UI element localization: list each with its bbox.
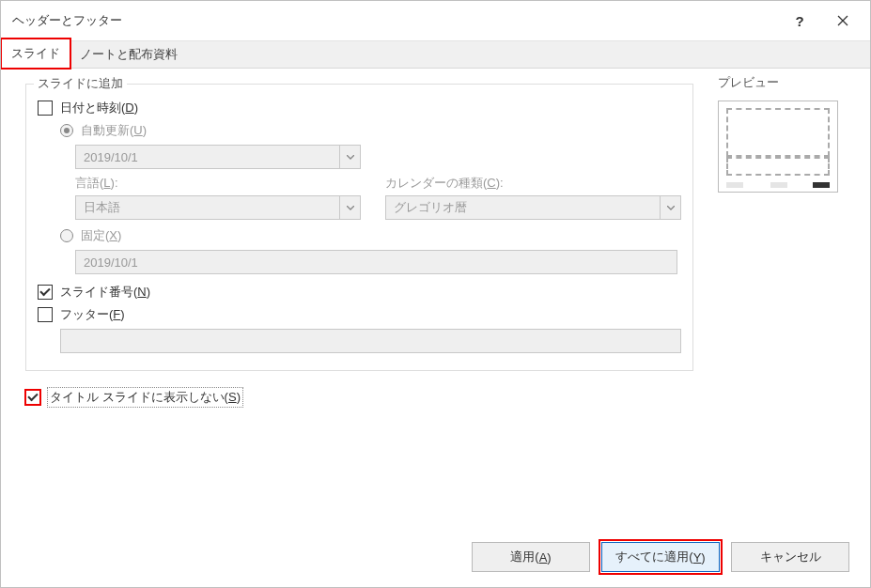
row-auto: 自動更新(U) <box>60 122 681 139</box>
dropdown-date[interactable]: 2019/10/1 <box>75 145 361 169</box>
preview-placeholder-slidenum <box>813 182 830 188</box>
label-calendar: カレンダーの種類(C): <box>385 175 681 192</box>
apply-all-accel: Y <box>693 550 702 565</box>
chevron-down-icon <box>339 196 360 219</box>
label-language: 言語(L): <box>75 175 361 192</box>
left-pane: スライドに追加 日付と時刻(D) 自動更新(U) 2019/10/1 言語(L)… <box>25 84 693 407</box>
window-title: ヘッダーとフッター <box>12 12 778 29</box>
col-language: 言語(L): 日本語 <box>75 175 361 220</box>
dropdown-calendar[interactable]: グレゴリオ暦 <box>385 195 681 220</box>
right-pane: プレビュー <box>718 84 849 407</box>
row-datetime: 日付と時刻(D) <box>38 100 681 116</box>
group-add-to-slide: スライドに追加 日付と時刻(D) 自動更新(U) 2019/10/1 言語(L)… <box>25 84 693 371</box>
chevron-down-icon <box>339 146 360 168</box>
tab-notes[interactable]: ノートと配布資料 <box>70 40 187 69</box>
label-auto-accel: U <box>133 123 142 137</box>
row-notitle: タイトル スライドに表示しない(S) <box>25 388 693 407</box>
textfield-footer[interactable] <box>60 329 681 353</box>
textfield-fixed-date[interactable]: 2019/10/1 <box>75 250 677 274</box>
preview-placeholder-top <box>726 108 830 157</box>
label-notitle-post: ) <box>237 390 241 404</box>
label-notitle[interactable]: タイトル スライドに表示しない(S) <box>48 388 242 407</box>
radio-fixed[interactable] <box>60 229 73 242</box>
checkbox-datetime[interactable] <box>38 101 53 116</box>
preview-title: プレビュー <box>718 74 783 91</box>
label-language-accel: L <box>103 176 110 190</box>
row-footer: フッター(F) <box>38 306 681 323</box>
label-footer-post: ) <box>120 307 124 321</box>
label-fixed-accel: X <box>109 228 117 242</box>
col-calendar: カレンダーの種類(C): グレゴリオ暦 <box>385 175 681 220</box>
apply-pre: 適用( <box>510 549 538 565</box>
label-footer[interactable]: フッター(F) <box>60 306 125 323</box>
label-calendar-pre: カレンダーの種類( <box>385 176 487 190</box>
label-notitle-accel: S <box>228 390 237 404</box>
tab-bar: スライド ノートと配布資料 <box>1 40 870 69</box>
apply-all-button[interactable]: すべてに適用(Y) <box>601 542 720 572</box>
date-dropdown-row: 2019/10/1 <box>75 145 681 169</box>
label-datetime-accel: D <box>125 101 133 115</box>
label-footer-pre: フッター( <box>60 307 113 321</box>
dropdown-calendar-value: グレゴリオ暦 <box>386 199 660 216</box>
dropdown-date-value: 2019/10/1 <box>76 150 339 164</box>
dropdown-language[interactable]: 日本語 <box>75 195 361 220</box>
apply-all-pre: すべてに適用( <box>615 549 692 565</box>
group-preview: プレビュー <box>718 84 849 193</box>
row-fixed: 固定(X) <box>60 227 681 244</box>
preview-placeholder-footer <box>770 182 787 188</box>
label-slidenum-pre: スライド番号( <box>60 285 137 299</box>
group-title: スライドに追加 <box>34 75 127 92</box>
label-datetime-pre: 日付と時刻( <box>60 101 125 115</box>
label-calendar-post: ): <box>496 176 504 190</box>
label-slidenum-post: ) <box>147 285 150 299</box>
label-datetime[interactable]: 日付と時刻(D) <box>60 100 138 116</box>
preview-placeholder-date <box>726 182 743 188</box>
checkbox-slidenum[interactable] <box>38 285 53 300</box>
label-slidenum-accel: N <box>137 285 146 299</box>
title-bar: ヘッダーとフッター ? <box>1 1 870 40</box>
label-language-pre: 言語( <box>75 176 103 190</box>
content-area: スライドに追加 日付と時刻(D) 自動更新(U) 2019/10/1 言語(L)… <box>1 69 870 416</box>
label-auto[interactable]: 自動更新(U) <box>81 122 147 139</box>
label-auto-post: ) <box>143 123 147 137</box>
label-auto-pre: 自動更新( <box>81 123 133 137</box>
close-button[interactable] <box>821 4 864 38</box>
help-button[interactable]: ? <box>778 4 821 38</box>
chevron-down-icon <box>660 196 680 219</box>
label-language-post: ): <box>111 176 118 190</box>
preview-slide <box>718 101 838 193</box>
label-fixed-pre: 固定( <box>81 228 109 242</box>
label-datetime-post: ) <box>134 101 138 115</box>
apply-all-post: ) <box>701 550 705 565</box>
button-row: 適用(A) すべてに適用(Y) キャンセル <box>472 542 849 572</box>
row-slidenum: スライド番号(N) <box>38 284 681 301</box>
cancel-button[interactable]: キャンセル <box>731 542 849 572</box>
lang-calendar-row: 言語(L): 日本語 カレンダーの種類(C): グレゴリオ暦 <box>75 175 681 220</box>
apply-accel: A <box>539 550 548 565</box>
dropdown-language-value: 日本語 <box>76 199 339 216</box>
tab-slide[interactable]: スライド <box>1 39 70 69</box>
apply-post: ) <box>547 550 551 565</box>
preview-placeholder-mid <box>726 157 830 176</box>
apply-button[interactable]: 適用(A) <box>472 542 590 572</box>
label-fixed-post: ) <box>117 228 121 242</box>
radio-auto[interactable] <box>60 124 73 137</box>
checkbox-notitle[interactable] <box>25 390 40 405</box>
label-calendar-accel: C <box>487 176 495 190</box>
label-slidenum[interactable]: スライド番号(N) <box>60 284 150 301</box>
checkbox-footer[interactable] <box>38 307 53 322</box>
label-fixed[interactable]: 固定(X) <box>81 227 121 244</box>
label-notitle-pre: タイトル スライドに表示しない( <box>50 390 228 404</box>
